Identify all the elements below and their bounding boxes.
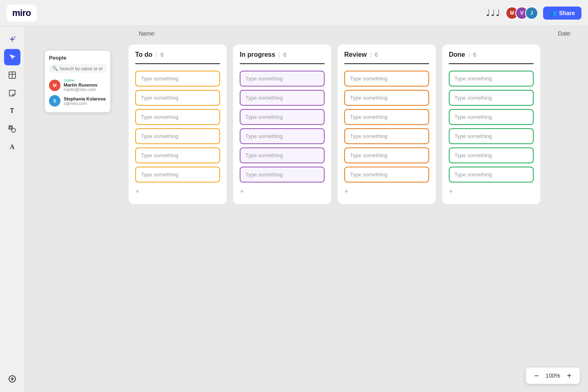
review-add-button[interactable]: + [344,186,429,198]
inprogress-card-4[interactable]: Type something [240,128,325,144]
date-label: Date: [558,30,572,37]
person-info-1: Online Martin Rusenov martin@miro.com [64,78,106,92]
column-done-header: Done | 6 [449,51,534,58]
column-separator-4: | [468,51,470,58]
person-status-1: Online [64,78,106,82]
person-email-1: martin@miro.com [64,87,106,92]
zoom-controls: − 100% + [526,368,580,384]
review-card-6[interactable]: Type something [344,167,429,183]
review-card-3[interactable]: Type something [344,109,429,125]
zoom-level: 100% [545,372,561,379]
music-icon: ♩♩♩ [486,8,501,18]
todo-card-5[interactable]: Type something [135,147,220,163]
sidebar-tool-ai[interactable] [4,31,20,47]
done-card-5[interactable]: Type something [449,147,534,163]
column-separator: | [156,51,157,58]
share-button[interactable]: 👥 Share [543,7,581,20]
column-review: Review | 6 Type something Type something… [338,45,436,204]
column-separator-2: | [278,51,280,58]
header: miro ♩♩♩ M V J 👥 Share [0,0,588,26]
logo: miro [12,8,31,18]
column-todo-divider [135,63,220,64]
sidebar-tool-sticky[interactable] [4,85,20,101]
column-todo-count: 6 [160,51,164,58]
column-inprogress-header: In progress | 6 [240,51,325,58]
review-card-4[interactable]: Type something [344,128,429,144]
logo-container[interactable]: miro [7,4,37,22]
person-email-2: s@miro.com [64,101,106,106]
name-label: Name: [139,30,156,37]
column-done-count: 6 [473,51,477,58]
column-inprogress-divider [240,63,325,64]
kanban-board: To do | 6 Type something Type something … [129,45,540,204]
share-icon: 👥 [550,10,557,16]
header-right: ♩♩♩ M V J 👥 Share [486,7,581,20]
person-avatar-2: S [49,95,60,107]
inprogress-card-2[interactable]: Type something [240,90,325,106]
inprogress-card-6[interactable]: Type something [240,167,325,183]
canvas: People 🔍 M Online Martin Rusenov martin@… [24,26,588,392]
done-card-6[interactable]: Type something [449,167,534,183]
column-done-divider [449,63,534,64]
left-sidebar: T A [0,26,24,392]
column-review-header: Review | 6 [344,51,429,58]
text-icon: T [10,107,14,115]
inprogress-card-3[interactable]: Type something [240,109,325,125]
column-todo-title: To do [135,51,152,58]
todo-add-button[interactable]: + [135,186,220,198]
done-card-4[interactable]: Type something [449,128,534,144]
column-inprogress-title: In progress [240,51,275,58]
person-item-1: M Online Martin Rusenov martin@miro.com [49,77,106,94]
person-info-2: Stephania Kolarova s@miro.com [64,96,106,106]
todo-card-1[interactable]: Type something [135,71,220,87]
sidebar-tool-select[interactable] [4,49,20,65]
column-review-count: 6 [375,51,378,58]
todo-card-4[interactable]: Type something [135,128,220,144]
column-done: Done | 6 Type something Type something T… [442,45,540,204]
inprogress-add-button[interactable]: + [240,186,325,198]
review-card-1[interactable]: Type something [344,71,429,87]
sidebar-tool-table[interactable] [4,67,20,83]
done-card-2[interactable]: Type something [449,90,534,106]
avatar-3: J [525,7,538,20]
column-review-title: Review [344,51,367,58]
person-item-2: S Stephania Kolarova s@miro.com [49,94,106,108]
column-review-divider [344,63,429,64]
search-icon: 🔍 [52,66,58,71]
column-todo-header: To do | 6 [135,51,220,58]
review-card-5[interactable]: Type something [344,147,429,163]
done-card-1[interactable]: Type something [449,71,534,87]
board-labels: Name: Date: [135,30,576,37]
done-card-3[interactable]: Type something [449,109,534,125]
people-panel: People 🔍 M Online Martin Rusenov martin@… [45,51,110,112]
people-search-input[interactable] [60,66,103,71]
todo-card-6[interactable]: Type something [135,167,220,183]
column-todo: To do | 6 Type something Type something … [129,45,227,204]
share-label: Share [559,10,575,16]
sidebar-tool-text[interactable]: T [4,103,20,119]
zoom-out-button[interactable]: − [532,371,541,381]
column-separator-3: | [370,51,372,58]
person-name-1: Martin Rusenov [64,82,106,87]
todo-card-3[interactable]: Type something [135,109,220,125]
sidebar-tool-pen[interactable]: A [4,139,20,155]
inprogress-card-1[interactable]: Type something [240,71,325,87]
header-toolbar-icons: ♩♩♩ [486,8,501,18]
sidebar-tool-shapes[interactable] [4,121,20,137]
person-name-2: Stephania Kolarova [64,96,106,101]
column-done-title: Done [449,51,465,58]
sidebar-tool-add[interactable] [4,371,20,387]
people-search[interactable]: 🔍 [49,64,106,73]
pen-icon: A [10,143,15,151]
todo-card-2[interactable]: Type something [135,90,220,106]
svg-marker-7 [9,126,12,129]
inprogress-card-5[interactable]: Type something [240,147,325,163]
review-card-2[interactable]: Type something [344,90,429,106]
zoom-in-button[interactable]: + [564,371,574,381]
column-inprogress: In progress | 6 Type something Type some… [233,45,331,204]
people-panel-title: People [49,55,106,61]
done-add-button[interactable]: + [449,186,534,198]
person-avatar-1: M [49,80,60,91]
avatars-group: M V J [506,7,538,20]
column-inprogress-count: 6 [283,51,287,58]
